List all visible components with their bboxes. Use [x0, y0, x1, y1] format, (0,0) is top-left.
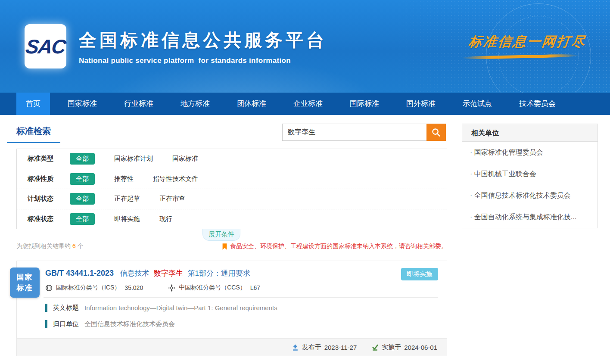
status-badge: 即将实施	[401, 268, 438, 280]
standard-type-badge-line2: 标准	[17, 283, 33, 293]
filter-all-button[interactable]: 全部	[70, 173, 95, 185]
results-meta: 为您找到相关结果约6个 食品安全、环境保护、工程建设方面的国家标准未纳入本系统，…	[16, 243, 447, 250]
sac-logo[interactable]: SAC	[25, 24, 66, 68]
published-date: 2023-11-27	[324, 344, 357, 351]
nav-item-national-standards[interactable]: 国家标准	[58, 93, 106, 115]
published-date-item: 发布于 2023-11-27	[292, 343, 357, 352]
standard-type-badge: 国家 标准	[10, 268, 40, 298]
nav-item-group-standards[interactable]: 团体标准	[227, 93, 276, 115]
page-title-standard-search[interactable]: 标准检索	[7, 125, 60, 143]
filter-option[interactable]: 国家标准	[172, 155, 198, 163]
classification-row: 国际标准分类号（ICS） 35.020 中国标准分类号（CCS） L67	[45, 284, 438, 292]
standard-type-badge-line1: 国家	[17, 272, 33, 283]
detail-bar	[45, 320, 47, 328]
nav-item-pilot-demonstration[interactable]: 示范试点	[453, 93, 501, 115]
nav-item-industry-standards[interactable]: 行业标准	[115, 93, 163, 115]
nav-item-enterprise-standards[interactable]: 企业标准	[284, 93, 332, 115]
detail-bar	[45, 304, 47, 312]
check-icon	[371, 344, 379, 351]
filter-label: 标准状态	[28, 215, 70, 223]
filter-option[interactable]: 即将实施	[114, 215, 140, 223]
implemented-label: 实施于	[382, 343, 401, 352]
ccs-value: L67	[250, 284, 260, 291]
sidebar-item-machinery-federation[interactable]: 中国机械工业联合会	[462, 163, 598, 185]
standard-code-link[interactable]: GB/T 43441.1-2023	[45, 269, 114, 277]
search-bar	[282, 124, 446, 141]
filter-label: 标准性质	[28, 175, 70, 183]
filter-label: 计划状态	[28, 195, 70, 203]
site-title: 全国标准信息公共服务平台	[79, 28, 327, 52]
filter-option[interactable]: 现行	[159, 215, 172, 223]
ics-label: 国际标准分类号（ICS）	[56, 284, 120, 292]
sac-logo-text: SAC	[24, 35, 67, 58]
site-header: SAC 全国标准信息公共服务平台 National public service…	[0, 0, 610, 93]
standard-title-part2[interactable]: 第1部分：通用要求	[187, 269, 250, 277]
centralized-unit-value: 全国信息技术标准化技术委员会	[84, 320, 175, 328]
english-title-row: 英文标题 Information technology—Digital twin…	[45, 304, 438, 312]
search-input[interactable]	[282, 124, 426, 141]
published-label: 发布于	[302, 343, 321, 352]
card-footer: 发布于 2023-11-27 实施于 2024-06-01	[17, 338, 447, 356]
compass-icon	[168, 284, 175, 292]
filter-row-standard-type: 标准类型 全部 国家标准计划 国家标准	[17, 149, 447, 169]
bookmark-icon	[222, 243, 227, 250]
nav-item-international-standards[interactable]: 国际标准	[340, 93, 389, 115]
sidebar-item-automation-standardization-committee[interactable]: 全国自动化系统与集成标准化技...	[462, 206, 598, 228]
sidebar-item-it-standardization-committee[interactable]: 全国信息技术标准化技术委员会	[462, 185, 598, 206]
main-content: 标准检索 标准类型 全部 国家标准计划 国家标准 标准性质 全部 推荐性	[0, 115, 610, 364]
related-units-panel: 相关单位 国家标准化管理委员会 中国机械工业联合会 全国信息技术标准化技术委员会…	[462, 124, 598, 228]
filter-option[interactable]: 正在起草	[114, 195, 140, 203]
search-button[interactable]	[426, 124, 446, 141]
nav-item-local-standards[interactable]: 地方标准	[171, 93, 219, 115]
system-notice: 食品安全、环境保护、工程建设方面的国家标准未纳入本系统，请咨询相关部委。	[222, 243, 447, 250]
filter-row-plan-status: 计划状态 全部 正在起草 正在审查	[17, 189, 447, 209]
search-icon	[432, 128, 441, 137]
ccs-classification: 中国标准分类号（CCS） L67	[168, 284, 260, 292]
filter-option[interactable]: 推荐性	[114, 175, 134, 183]
expand-conditions-button[interactable]: 展开条件	[202, 229, 240, 241]
results-count-prefix: 为您找到相关结果约	[16, 243, 71, 249]
filter-option[interactable]: 正在审查	[159, 195, 185, 203]
ccs-label: 中国标准分类号（CCS）	[179, 284, 246, 292]
english-title-label: 英文标题	[53, 304, 79, 312]
results-count: 为您找到相关结果约6个	[16, 243, 84, 250]
filter-option[interactable]: 指导性技术文件	[153, 175, 198, 183]
upload-icon	[292, 344, 299, 351]
implemented-date-item: 实施于 2024-06-01	[371, 343, 437, 352]
filter-row-standard-nature: 标准性质 全部 推荐性 指导性技术文件	[17, 169, 447, 189]
results-count-suffix: 个	[78, 243, 84, 249]
globe-icon	[45, 284, 53, 292]
ics-classification: 国际标准分类号（ICS） 35.020	[45, 284, 143, 292]
site-title-block: 全国标准信息公共服务平台 National public service pla…	[79, 28, 327, 65]
results-count-number: 6	[72, 243, 76, 249]
header-slogan: 标准信息一网打尽	[469, 33, 586, 58]
english-title-value: Information technology—Digital twin—Part…	[84, 304, 277, 311]
nav-item-technical-committees[interactable]: 技术委员会	[510, 93, 565, 115]
filter-all-button[interactable]: 全部	[70, 193, 95, 205]
filter-all-button[interactable]: 全部	[70, 153, 95, 165]
centralized-unit-label: 归口单位	[53, 320, 79, 328]
main-nav: 首页 国家标准 行业标准 地方标准 团体标准 企业标准 国际标准 国外标准 示范…	[0, 93, 610, 115]
sidebar-item-sac[interactable]: 国家标准化管理委员会	[462, 142, 598, 163]
site-subtitle: National public service platform for sta…	[79, 56, 327, 65]
nav-item-home[interactable]: 首页	[16, 93, 50, 115]
card-divider	[44, 297, 438, 298]
notice-text: 食品安全、环境保护、工程建设方面的国家标准未纳入本系统，请咨询相关部委。	[230, 243, 447, 250]
slogan-text: 标准信息一网打尽	[468, 33, 587, 51]
result-card: 国家 标准 GB/T 43441.1-2023 信息技术 数字孪生 第1部分：通…	[16, 261, 447, 356]
centralized-unit-row: 归口单位 全国信息技术标准化技术委员会	[45, 320, 438, 328]
filter-row-standard-status: 标准状态 全部 即将实施 现行	[17, 209, 447, 229]
nav-item-foreign-standards[interactable]: 国外标准	[397, 93, 445, 115]
filter-all-button[interactable]: 全部	[70, 213, 95, 225]
result-title-row: GB/T 43441.1-2023 信息技术 数字孪生 第1部分：通用要求	[17, 261, 447, 278]
related-units-title: 相关单位	[462, 124, 598, 142]
filter-label: 标准类型	[28, 155, 70, 163]
implemented-date: 2024-06-01	[404, 344, 437, 351]
standard-title-highlight[interactable]: 数字孪生	[154, 269, 183, 277]
filter-option[interactable]: 国家标准计划	[114, 155, 153, 163]
ics-value: 35.020	[124, 284, 143, 291]
page: SAC 全国标准信息公共服务平台 National public service…	[0, 0, 610, 364]
standard-title-part1[interactable]: 信息技术	[120, 269, 149, 277]
filter-panel: 标准类型 全部 国家标准计划 国家标准 标准性质 全部 推荐性 指导性技术文件 …	[16, 149, 447, 229]
